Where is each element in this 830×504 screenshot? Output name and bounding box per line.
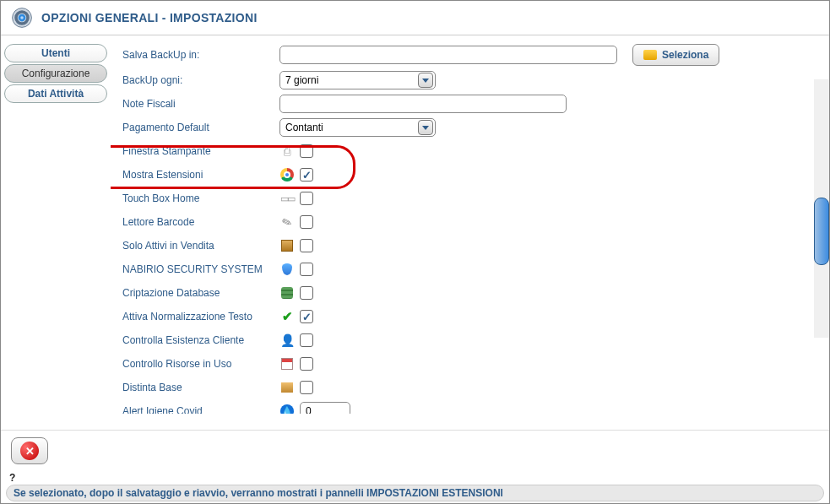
close-icon: ✕	[20, 442, 39, 460]
label: Distinta Base	[122, 382, 274, 393]
tab-dati-attivita[interactable]: Dati Attività	[4, 84, 107, 103]
row-lettore-barcode: Lettore Barcode ✎	[122, 213, 817, 231]
label: NABIRIO SECURITY SYSTEM	[122, 263, 274, 275]
svg-point-2	[20, 16, 24, 19]
row-normalizzazione-testo: Attiva Normalizzazione Testo ✔	[122, 307, 817, 326]
chevron-down-icon	[418, 120, 433, 135]
row-touch-box-home: Touch Box Home ▭▭	[122, 189, 817, 208]
shield-icon	[279, 262, 295, 277]
box-icon	[279, 238, 295, 253]
body-area: Utenti Configurazione Dati Attività Salv…	[1, 35, 829, 414]
footer-toolbar: ✕	[1, 430, 829, 471]
row-backup-path: Salva BackUp in: Seleziona	[122, 44, 817, 66]
label-backup-every: BackUp ogni:	[122, 74, 274, 86]
touch-icon: ▭▭	[279, 191, 295, 206]
folder-icon	[643, 50, 657, 60]
default-payment-value: Contanti	[285, 122, 323, 133]
select-button-label: Seleziona	[662, 49, 708, 61]
distinta-base-checkbox[interactable]	[300, 381, 313, 394]
tab-utenti[interactable]: Utenti	[4, 44, 107, 62]
backup-every-value: 7 giorni	[285, 74, 318, 86]
droplet-icon: 💧	[279, 404, 295, 414]
finestra-stampante-checkbox[interactable]	[300, 144, 313, 158]
esistenza-cliente-checkbox[interactable]	[300, 333, 313, 347]
sidebar: Utenti Configurazione Dati Attività	[1, 35, 111, 414]
row-default-payment: Pagamento Default Contanti	[122, 118, 817, 137]
label: Touch Box Home	[122, 192, 274, 204]
chrome-icon	[279, 167, 295, 182]
status-message: Se selezionato, dopo il salvataggio e ri…	[6, 485, 824, 501]
status-bar: ? Se selezionato, dopo il salvataggio e …	[6, 472, 824, 501]
title-bar: OPZIONI GENERALI - IMPOSTAZIONI	[1, 1, 829, 35]
package-icon	[279, 380, 295, 395]
backup-path-input[interactable]	[279, 46, 617, 64]
default-payment-select[interactable]: Contanti	[279, 118, 436, 137]
label: Controllo Risorse in Uso	[122, 358, 274, 370]
form-panel: Salva BackUp in: Seleziona BackUp ogni: …	[111, 35, 829, 414]
database-icon	[279, 285, 295, 301]
row-fiscal-notes: Note Fiscali	[122, 95, 817, 113]
solo-attivi-checkbox[interactable]	[300, 239, 313, 252]
criptazione-db-checkbox[interactable]	[300, 286, 313, 300]
label-alert-covid: Alert Igiene Covid	[122, 405, 274, 414]
user-icon: 👤	[279, 333, 295, 348]
label-fiscal-notes: Note Fiscali	[122, 98, 274, 110]
label: Solo Attivi in Vendita	[122, 240, 274, 252]
normalizzazione-testo-checkbox[interactable]	[300, 310, 313, 323]
row-security-system: NABIRIO SECURITY SYSTEM	[122, 260, 817, 279]
label-default-payment: Pagamento Default	[122, 122, 274, 133]
label: Finestra Stampante	[122, 145, 274, 157]
label: Mostra Estensioni	[122, 169, 274, 181]
gear-icon	[9, 5, 35, 30]
backup-every-select[interactable]: 7 giorni	[279, 71, 436, 89]
vertical-scrollbar[interactable]	[814, 79, 829, 338]
label: Attiva Normalizzazione Testo	[122, 311, 274, 322]
row-risorse-in-uso: Controllo Risorse in Uso	[122, 355, 817, 373]
label: Controlla Esistenza Cliente	[122, 334, 274, 346]
label-backup-path: Salva BackUp in:	[122, 49, 274, 61]
risorse-in-uso-checkbox[interactable]	[300, 357, 313, 371]
mostra-estensioni-checkbox[interactable]	[300, 168, 313, 182]
security-system-checkbox[interactable]	[300, 263, 313, 276]
label: Criptazione Database	[122, 287, 274, 299]
select-folder-button[interactable]: Seleziona	[632, 44, 719, 66]
chevron-down-icon	[418, 73, 433, 88]
page-title: OPZIONI GENERALI - IMPOSTAZIONI	[41, 11, 258, 24]
row-backup-every: BackUp ogni: 7 giorni	[122, 71, 817, 89]
settings-window: OPZIONI GENERALI - IMPOSTAZIONI Utenti C…	[0, 0, 830, 504]
printer-icon: ⎙	[279, 144, 295, 159]
row-mostra-estensioni: Mostra Estensioni	[122, 165, 817, 184]
fiscal-notes-input[interactable]	[279, 95, 567, 113]
row-criptazione-db: Criptazione Database	[122, 284, 817, 302]
check-icon: ✔	[279, 309, 295, 324]
label: Lettore Barcode	[122, 216, 274, 228]
help-icon[interactable]: ?	[6, 472, 824, 484]
touch-box-home-checkbox[interactable]	[300, 192, 313, 205]
scrollbar-handle[interactable]	[814, 198, 829, 265]
row-solo-attivi: Solo Attivi in Vendita	[122, 236, 817, 255]
row-alert-covid: Alert Igiene Covid 💧	[122, 402, 817, 414]
tab-configurazione[interactable]: Configurazione	[4, 64, 107, 83]
row-esistenza-cliente: Controlla Esistenza Cliente 👤	[122, 331, 817, 350]
alert-covid-input[interactable]	[300, 402, 350, 414]
row-distinta-base: Distinta Base	[122, 378, 817, 397]
close-button[interactable]: ✕	[11, 437, 48, 464]
row-finestra-stampante: Finestra Stampante ⎙	[122, 142, 817, 160]
barcode-scanner-icon: ✎	[279, 214, 295, 230]
lettore-barcode-checkbox[interactable]	[300, 215, 313, 229]
calendar-icon	[279, 356, 295, 371]
